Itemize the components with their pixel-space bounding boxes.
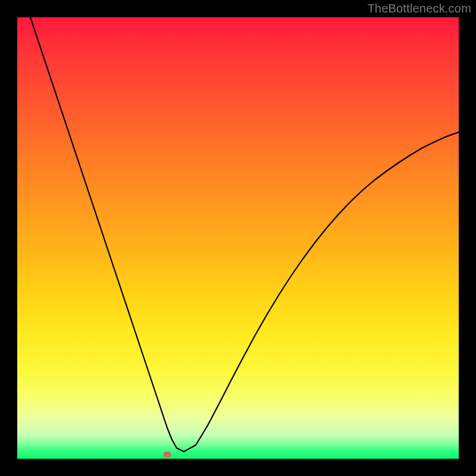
chart-stage: TheBottleneck.com xyxy=(0,0,476,476)
plot-area xyxy=(17,17,459,459)
bottleneck-curve xyxy=(17,17,459,459)
curve-marker xyxy=(164,452,171,458)
watermark: TheBottleneck.com xyxy=(367,2,471,15)
